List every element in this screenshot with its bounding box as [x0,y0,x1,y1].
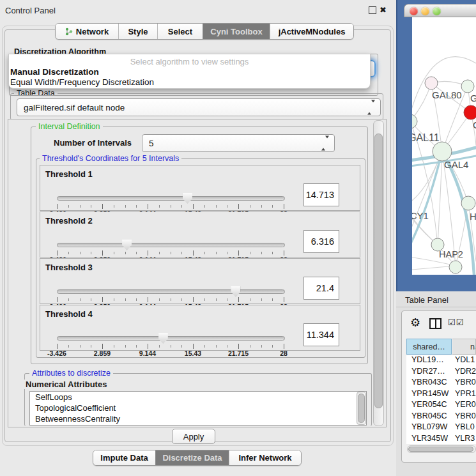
threshold-4-slider[interactable]: -3.4262.8599.14415.4321.71528 [57,336,284,355]
tab-select[interactable]: Select [157,24,203,39]
dropdown-option-manual[interactable]: Manual Discretization [9,67,370,77]
slider-track[interactable] [57,243,285,247]
cell-name: YDL1 [455,355,475,367]
float-window-icon[interactable] [369,6,376,14]
slider-thumb[interactable] [158,333,168,344]
network-node-selected-red[interactable] [464,105,476,119]
table-row[interactable]: YBL079WYBL0 [406,422,476,434]
table-data-select[interactable]: galFiltered.sif default node [17,98,381,116]
cell-shared-name: YBR045C [406,411,455,423]
list-item-betweennesscentrality[interactable]: BetweennessCentrality [30,413,366,424]
node-label-gal80: GAL80 [432,89,462,100]
table-row[interactable]: YBR043CYBR0 [406,378,476,389]
settings-scrollbar-thumb[interactable] [374,134,383,408]
select-columns-checkboxes-icon[interactable]: ☑☑ [448,318,464,327]
threshold-3-value-field[interactable]: 21.4 [303,277,339,300]
cell-name: YER0 [455,400,476,411]
attributes-list-scrollbar[interactable] [357,392,366,425]
network-node-gal[interactable] [461,80,474,93]
num-intervals-label: Number of Intervals [54,138,132,148]
settings-scrollbar[interactable] [373,120,384,426]
control-panel-tabs: Network Style Select Cyni Toolbox jActiv… [55,23,354,40]
cell-shared-name: YBL079W [406,422,455,434]
tab-discretize-data[interactable]: Discretize Data [155,450,229,465]
interval-definition-title: Interval Definition [36,123,103,131]
tab-jactivemnodules-label: jActiveMNodules [279,27,346,36]
cell-shared-name: YER054C [406,400,455,411]
table-row[interactable]: YLR345WYLR3 [406,434,476,445]
threshold-4-block: Threshold 4 -3.4262.8599.14415.4321.7152… [40,305,360,351]
cell-shared-name: YPR145W [406,389,455,401]
table-column-header-name[interactable]: na [452,339,476,355]
slider-thumb[interactable] [122,240,132,250]
network-node-bottom[interactable] [449,261,462,273]
dropdown-option-equal-width[interactable]: Equal Width/Frequency Discretization [9,77,370,88]
table-horizontal-scrollbar-thumb[interactable] [408,447,473,452]
attributes-list-scrollbar-thumb[interactable] [358,394,365,423]
attributes-group-title: Attributes to discretize [29,369,113,378]
list-item-selfloops[interactable]: SelfLoops [30,392,366,403]
close-icon[interactable]: ✖ [380,6,387,14]
network-canvas[interactable]: GAL80 GAL C GAL11 GAL4 GCY1 H HAP2 [412,17,476,275]
node-label-hap2: HAP2 [439,249,463,259]
zoom-window-icon[interactable] [433,7,441,15]
slider-tick-labels: -3.4262.8599.14415.4321.71528 [57,349,284,357]
tab-style-label: Style [128,27,148,36]
minimize-window-icon[interactable] [421,7,429,15]
cell-name: YBL0 [455,422,475,434]
tab-network[interactable]: Network [56,24,118,39]
table-column-header-shared[interactable]: shared… [406,339,452,355]
slider-thumb[interactable] [183,193,192,204]
network-window-titlebar[interactable] [404,4,476,17]
tab-network-label: Network [76,27,109,36]
table-data-selected: galFiltered.sif default node [24,103,125,112]
table-row[interactable]: YDR27…YDR2 [406,367,476,378]
network-node-h[interactable] [461,196,475,210]
network-node-gal11[interactable] [412,114,417,128]
apply-button[interactable]: Apply [172,429,215,444]
table-row[interactable]: YPR145WYPR1 [406,389,476,401]
num-intervals-value: 5 [149,139,154,148]
threshold-3-label: Threshold 3 [45,263,93,272]
table-row[interactable]: YDL19…YDL1 [406,355,476,367]
algorithm-dropdown-list: Select algorithm to view settings Manual… [8,54,371,89]
table-row[interactable]: YBR045CYBR0 [406,411,476,423]
close-window-icon[interactable] [410,7,418,15]
tab-style[interactable]: Style [118,24,157,39]
dropdown-hint: Select algorithm to view settings [9,54,370,67]
slider-ticks [57,344,284,349]
tab-impute-data-label: Impute Data [100,453,148,463]
table-row[interactable]: YER054CYER0 [406,400,476,411]
threshold-1-block: Threshold 1 -3.4262.8599.14415.4321.7152… [40,165,360,211]
control-panel-title: Control Panel [5,6,56,15]
network-node-gal80[interactable] [425,77,438,89]
threshold-2-value-field[interactable]: 6.316 [303,230,339,253]
node-label-gcy1: GCY1 [412,210,429,221]
threshold-4-value-field[interactable]: 11.344 [303,323,339,346]
network-node-gal4[interactable] [433,142,452,161]
num-intervals-select[interactable]: 5 [142,134,335,152]
slider-ticks [57,250,284,256]
slider-thumb[interactable] [231,286,240,297]
network-graph: GAL80 GAL C GAL11 GAL4 GCY1 H HAP2 [412,17,476,275]
stepper-icon [321,139,329,148]
slider-track[interactable] [57,289,285,294]
tab-impute-data[interactable]: Impute Data [93,450,155,465]
threshold-4-label: Threshold 4 [45,309,93,319]
tab-jactivemnodules[interactable]: jActiveMNodules [270,24,353,39]
tab-discretize-data-label: Discretize Data [162,453,222,463]
column-header-label: shared… [413,342,445,351]
table-panel-title: Table Panel [405,295,449,305]
tab-infer-network[interactable]: Infer Network [229,450,301,465]
split-columns-icon[interactable] [429,318,441,329]
cell-name: YPR1 [455,389,476,401]
table-horizontal-scrollbar[interactable] [407,445,476,453]
tab-cyni-toolbox[interactable]: Cyni Toolbox [203,24,270,39]
cell-shared-name: YBR043C [406,378,455,389]
gear-icon[interactable]: ⚙ [410,316,420,329]
cell-name: YBR0 [455,411,476,423]
slider-track[interactable] [57,336,285,341]
slider-track[interactable] [57,196,285,201]
list-item-topologicalcoefficient[interactable]: TopologicalCoefficient [30,403,366,413]
threshold-1-value-field[interactable]: 14.713 [303,183,339,206]
